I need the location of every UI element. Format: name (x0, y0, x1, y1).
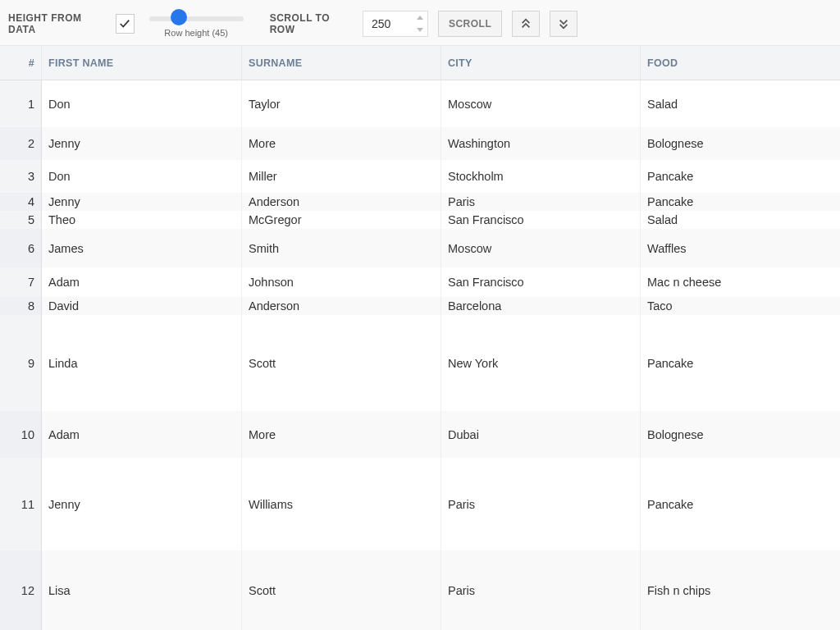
cell-food[interactable]: Bolognese (641, 127, 840, 160)
cell-surname[interactable]: More (242, 411, 441, 458)
table-row[interactable]: 9LindaScottNew YorkPancake (0, 315, 840, 411)
col-header-number[interactable]: # (0, 46, 42, 80)
cell-surname[interactable]: Scott (242, 315, 441, 411)
cell-surname[interactable]: Anderson (242, 297, 441, 315)
scroll-to-row-input[interactable]: 250 (363, 11, 428, 37)
cell-surname[interactable]: Scott (242, 550, 441, 630)
cell-surname[interactable]: Anderson (242, 193, 441, 211)
row-number[interactable]: 9 (0, 315, 42, 411)
cell-food[interactable]: Bolognese (641, 411, 840, 458)
cell-food[interactable]: Pancake (641, 160, 840, 193)
row-number[interactable]: 10 (0, 411, 42, 458)
table-row[interactable]: 4JennyAndersonParisPancake (0, 193, 840, 211)
scroll-bottom-button[interactable] (550, 11, 578, 37)
cell-surname[interactable]: Johnson (242, 267, 441, 297)
height-from-data-label: HEIGHT FROM DATA (8, 12, 106, 35)
cell-first-name[interactable]: Jenny (42, 193, 242, 211)
cell-first-name[interactable]: David (42, 297, 242, 315)
spinner-up[interactable] (413, 11, 427, 24)
row-number[interactable]: 12 (0, 550, 42, 630)
cell-city[interactable]: San Francisco (441, 211, 641, 229)
scroll-to-row-value[interactable]: 250 (363, 11, 413, 36)
cell-surname[interactable]: Williams (242, 458, 441, 550)
spinner-down[interactable] (413, 24, 427, 36)
cell-first-name[interactable]: Don (42, 80, 242, 127)
cell-first-name[interactable]: James (42, 229, 242, 267)
cell-city[interactable]: Moscow (441, 229, 641, 267)
cell-food[interactable]: Pancake (641, 458, 840, 550)
cell-food[interactable]: Mac n cheese (641, 267, 840, 297)
row-number[interactable]: 4 (0, 193, 42, 211)
cell-food[interactable]: Salad (641, 80, 840, 127)
cell-food[interactable]: Pancake (641, 193, 840, 211)
table-row[interactable]: 6JamesSmithMoscowWaffles (0, 229, 840, 267)
double-chevron-down-icon (558, 18, 569, 30)
chevron-up-icon (417, 16, 423, 20)
cell-surname[interactable]: McGregor (242, 211, 441, 229)
cell-first-name[interactable]: Jenny (42, 127, 242, 160)
cell-city[interactable]: Washington (441, 127, 641, 160)
row-number[interactable]: 5 (0, 211, 42, 229)
cell-food[interactable]: Waffles (641, 229, 840, 267)
row-number[interactable]: 3 (0, 160, 42, 193)
cell-surname[interactable]: Taylor (242, 80, 441, 127)
cell-food[interactable]: Pancake (641, 315, 840, 411)
col-header-city[interactable]: CITY (441, 46, 641, 80)
col-header-food[interactable]: FOOD (641, 46, 840, 80)
data-grid: # FIRST NAME SURNAME CITY FOOD 1DonTaylo… (0, 46, 840, 630)
cell-food[interactable]: Fish n chips (641, 550, 840, 630)
table-row[interactable]: 8DavidAndersonBarcelonaTaco (0, 297, 840, 315)
cell-city[interactable]: New York (441, 315, 641, 411)
cell-first-name[interactable]: Jenny (42, 458, 242, 550)
cell-first-name[interactable]: Don (42, 160, 242, 193)
cell-surname[interactable]: Miller (242, 160, 441, 193)
row-number[interactable]: 8 (0, 297, 42, 315)
col-header-first-name[interactable]: FIRST NAME (42, 46, 242, 80)
cell-first-name[interactable]: Theo (42, 211, 242, 229)
cell-city[interactable]: San Francisco (441, 267, 641, 297)
row-number[interactable]: 11 (0, 458, 42, 550)
row-number[interactable]: 1 (0, 80, 42, 127)
cell-city[interactable]: Paris (441, 550, 641, 630)
table-row[interactable]: 7AdamJohnsonSan FranciscoMac n cheese (0, 267, 840, 297)
cell-city[interactable]: Barcelona (441, 297, 641, 315)
cell-first-name[interactable]: Adam (42, 411, 242, 458)
row-number[interactable]: 2 (0, 127, 42, 160)
scroll-to-row-label: SCROLL TO ROW (270, 12, 353, 35)
double-chevron-up-icon (520, 18, 532, 30)
cell-first-name[interactable]: Lisa (42, 550, 242, 630)
row-number[interactable]: 7 (0, 267, 42, 297)
row-number[interactable]: 6 (0, 229, 42, 267)
cell-surname[interactable]: More (242, 127, 441, 160)
cell-city[interactable]: Paris (441, 458, 641, 550)
cell-city[interactable]: Stockholm (441, 160, 641, 193)
row-height-slider[interactable] (149, 10, 244, 26)
check-icon (119, 18, 130, 30)
table-row[interactable]: 12LisaScottParisFish n chips (0, 550, 840, 630)
cell-city[interactable]: Dubai (441, 411, 641, 458)
cell-food[interactable]: Taco (641, 297, 840, 315)
grid-header: # FIRST NAME SURNAME CITY FOOD (0, 46, 840, 80)
cell-city[interactable]: Moscow (441, 80, 641, 127)
slider-track (149, 16, 244, 21)
grid-body[interactable]: 1DonTaylorMoscowSalad2JennyMoreWashingto… (0, 80, 840, 630)
col-header-surname[interactable]: SURNAME (242, 46, 441, 80)
chevron-down-icon (417, 28, 423, 32)
scroll-top-button[interactable] (512, 11, 540, 37)
height-from-data-checkbox[interactable] (116, 14, 135, 34)
table-row[interactable]: 3DonMillerStockholmPancake (0, 160, 840, 193)
cell-food[interactable]: Salad (641, 211, 840, 229)
toolbar: HEIGHT FROM DATA Row height (45) SCROLL … (0, 0, 840, 46)
row-height-caption: Row height (45) (164, 28, 228, 38)
cell-first-name[interactable]: Adam (42, 267, 242, 297)
table-row[interactable]: 10AdamMoreDubaiBolognese (0, 411, 840, 458)
slider-thumb[interactable] (171, 9, 187, 25)
cell-city[interactable]: Paris (441, 193, 641, 211)
table-row[interactable]: 2JennyMoreWashingtonBolognese (0, 127, 840, 160)
scroll-button[interactable]: SCROLL (438, 11, 502, 37)
table-row[interactable]: 11JennyWilliamsParisPancake (0, 458, 840, 550)
table-row[interactable]: 1DonTaylorMoscowSalad (0, 80, 840, 127)
cell-surname[interactable]: Smith (242, 229, 441, 267)
table-row[interactable]: 5TheoMcGregorSan FranciscoSalad (0, 211, 840, 229)
cell-first-name[interactable]: Linda (42, 315, 242, 411)
